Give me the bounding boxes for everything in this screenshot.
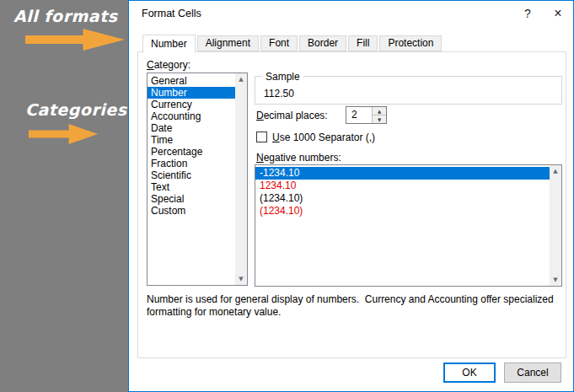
negative-option-3[interactable]: (1234.10) [255,205,550,217]
tabstrip: Number Alignment Font Border Fill Protec… [142,34,443,52]
scroll-up-icon[interactable]: ▲ [235,73,247,85]
tab-font[interactable]: Font [260,35,298,51]
sample-groupbox: Sample 112.50 [255,76,562,105]
screenshot-root: All formats Categories Format Cells ? × … [0,0,574,392]
tab-border[interactable]: Border [299,35,346,51]
category-option-currency[interactable]: Currency [148,99,235,110]
negative-option-1[interactable]: 1234.10 [255,180,550,192]
spin-up-icon[interactable]: ▲ [373,107,386,115]
category-scrollbar[interactable]: ▲ ▼ [235,73,247,285]
category-option-time[interactable]: Time [148,134,235,146]
decimal-places-spinner[interactable]: 2 ▲ ▼ [346,106,387,124]
annotation-all-formats: All formats [13,7,118,25]
scroll-down-icon[interactable]: ▼ [550,274,561,286]
help-button[interactable]: ? [512,1,543,26]
sample-label: Sample [262,71,303,83]
category-label: Category: [147,59,190,71]
sample-value: 112.50 [264,88,294,99]
number-tab-page: Category: General Number Currency Accoun… [137,51,566,358]
category-option-special[interactable]: Special [148,193,235,205]
spin-down-icon[interactable]: ▼ [373,115,386,123]
negative-option-2[interactable]: (1234.10) [255,192,550,205]
category-option-text[interactable]: Text [148,181,235,193]
category-option-custom[interactable]: Custom [148,205,235,217]
category-listbox[interactable]: General Number Currency Accounting Date … [147,72,248,286]
titlebar[interactable]: Format Cells ? × [129,1,573,26]
negative-numbers-listbox[interactable]: -1234.10 1234.10 (1234.10) (1234.10) ▲ ▼ [255,164,562,287]
negative-numbers-label: Negative numbers: [256,152,341,164]
category-option-scientific[interactable]: Scientific [148,169,235,181]
category-option-date[interactable]: Date [148,122,235,134]
close-button[interactable]: × [543,1,573,26]
tab-protection[interactable]: Protection [379,35,442,51]
arrow-to-tabs-icon [25,29,125,51]
category-option-accounting[interactable]: Accounting [148,110,235,122]
format-description: Number is used for general display of nu… [147,293,563,319]
tab-fill[interactable]: Fill [348,35,378,51]
category-option-number[interactable]: Number [148,87,235,99]
decimal-places-value[interactable]: 2 [351,109,357,121]
use-1000-separator-label[interactable]: Use 1000 Separator (,) [272,132,375,143]
negative-option-0[interactable]: -1234.10 [255,167,550,180]
format-cells-dialog: Format Cells ? × Number Alignment Font B… [128,0,574,392]
spinner-buttons: ▲ ▼ [372,107,386,123]
negative-scrollbar[interactable]: ▲ ▼ [550,165,561,286]
use-1000-separator-checkbox[interactable] [256,132,267,142]
dialog-buttons: OK Cancel [443,362,561,383]
category-options: General Number Currency Accounting Date … [148,75,235,217]
tab-number[interactable]: Number [142,35,196,53]
category-option-general[interactable]: General [148,75,235,87]
decimal-places-label: Decimal places: [256,110,328,121]
ok-button[interactable]: OK [443,362,496,383]
scroll-down-icon[interactable]: ▼ [235,273,247,285]
scroll-up-icon[interactable]: ▲ [550,165,561,177]
annotation-categories: Categories [25,100,126,119]
cancel-button[interactable]: Cancel [504,362,561,383]
category-option-fraction[interactable]: Fraction [148,158,235,169]
arrow-to-category-list-icon [29,124,98,144]
dialog-title: Format Cells [142,8,512,19]
negative-numbers-options: -1234.10 1234.10 (1234.10) (1234.10) [255,167,550,217]
category-option-percentage[interactable]: Percentage [148,146,235,158]
tab-alignment[interactable]: Alignment [197,35,259,51]
annotation-panel: All formats Categories [0,0,128,392]
